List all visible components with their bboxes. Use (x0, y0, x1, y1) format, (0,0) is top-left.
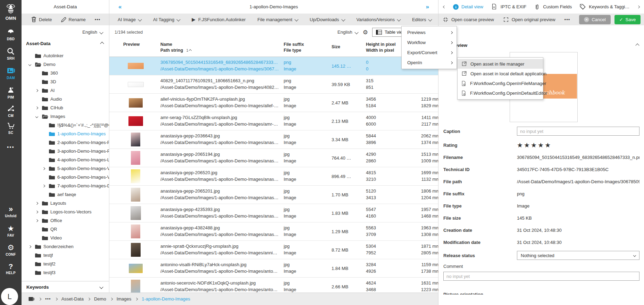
chevron-right-icon[interactable] (35, 89, 38, 92)
tree-item[interactable]: Audio (22, 95, 109, 103)
table-row[interactable]: amr-serag-7GLsZZ0qBIk-unsplash.jpg/Asset… (109, 112, 438, 130)
table-row[interactable]: anastasiya-gepp-4235393.jpg/Asset-Data/D… (109, 204, 438, 222)
toolbar-item[interactable]: Up/Downloads (310, 17, 345, 22)
tab-iptc-exif[interactable]: IPTC & EXIF (491, 3, 526, 10)
menu-item[interactable]: Workflow (402, 37, 457, 48)
submenu-item[interactable]: F.WorkflowConfig.OpenInFileManager (458, 78, 543, 88)
rename-button[interactable]: Rename (61, 17, 86, 22)
release-status-select[interactable]: Nothing selected (517, 251, 639, 260)
comment-input[interactable] (443, 272, 639, 281)
breadcrumb-item[interactable]: Asset-Data (61, 296, 84, 302)
col-size[interactable]: Size (332, 44, 340, 50)
submenu-item[interactable]: F.WorkflowConfig.OpenInDefaultEditor (458, 88, 543, 98)
sidebar-language-select[interactable]: English (22, 25, 109, 39)
tree-item[interactable]: Logos-Icons-Vectors (22, 207, 109, 216)
keywords-section-header[interactable]: Keywords (22, 281, 109, 293)
tree-item[interactable]: aef faeqe (22, 190, 109, 199)
tree-item[interactable]: 3-apollon-Demo-Images-PS (22, 147, 109, 155)
submenu-item[interactable]: Open asset in file manager (458, 59, 543, 69)
table-row[interactable]: anastasiya-gepp-4382488.jpg/Asset-Data/D… (109, 222, 438, 241)
toolbar-item[interactable]: Variations/Versions (357, 17, 400, 22)
rail-item-unfold[interactable]: »Unfold (0, 205, 22, 218)
toolbar-item[interactable]: AI Image (118, 17, 141, 22)
table-row[interactable]: anastasiya-gepp-2065194.jpg/Asset-Data/D… (109, 149, 438, 167)
tree-item[interactable]: testjf2 (22, 260, 109, 268)
tree-item[interactable]: Layouts (22, 199, 109, 207)
tab-keywords-taggi-[interactable]: Keywords & Taggi… (579, 3, 629, 10)
chevron-right-icon[interactable] (28, 245, 31, 248)
gear-icon[interactable]: ⚙ (363, 29, 368, 36)
tree-item[interactable]: 1-apollon-Demo-Images (22, 129, 109, 138)
open-coarse-preview-button[interactable]: Open coarse preview (443, 17, 494, 23)
tree-root-header[interactable]: Asset-Data (22, 39, 109, 48)
rail-item-more[interactable]: ••• (0, 144, 22, 151)
table-row[interactable]: anastasiya-gepp-206520.jpg/Asset-Data/De… (109, 167, 438, 186)
toolbar-item[interactable]: AI Tagging (153, 17, 180, 22)
rating-stars[interactable]: ★★★★★ (517, 141, 639, 149)
tabs-scroll-left-icon[interactable] (443, 5, 446, 8)
breadcrumb-item[interactable]: Demo (94, 296, 106, 302)
rail-item-fav[interactable]: ★FAV (0, 225, 22, 237)
rail-item-sc[interactable]: SC (0, 121, 22, 135)
open-original-preview-button[interactable]: Open original preview (503, 17, 555, 23)
chevron-right-icon[interactable] (35, 219, 38, 222)
rail-item-dam[interactable]: DAM (0, 67, 22, 80)
table-row[interactable]: annie-spratt-QckxruozjRg-unsplash.jpg/As… (109, 241, 438, 259)
toolbar-item[interactable]: ▶F.JSFunction.Autolinker (192, 17, 245, 22)
list-language-select[interactable]: English (337, 29, 358, 35)
delete-button[interactable]: Delete (31, 17, 52, 22)
chevron-right-icon[interactable] (35, 210, 38, 213)
table-row[interactable]: 40829_140711776109291_1806651663_n.png/A… (109, 75, 438, 94)
col-suffix-type[interactable]: File suffixFile type (284, 42, 304, 53)
table-row[interactable]: allef-vinicius-6ypOmTNK2FA-unsplash.jpg/… (109, 94, 438, 112)
table-row[interactable]: antonio-secerovic-NOFdK1xOqkQ-unsplash.j… (109, 278, 438, 293)
user-avatar[interactable]: L (1, 288, 18, 305)
menu-item[interactable]: Previews (402, 27, 457, 37)
rail-item-cm[interactable]: CM (0, 104, 22, 118)
table-row[interactable]: antonino-visalli-RNiBLy7aHck-unsplash.jp… (109, 259, 438, 278)
breadcrumb-item[interactable]: Images (117, 296, 132, 302)
col-pixel[interactable]: Height in pixelWidth in pixel (366, 42, 395, 53)
chevron-right-icon[interactable] (35, 106, 38, 109)
tree-item[interactable]: 360 (22, 69, 109, 77)
breadcrumb-ellipsis[interactable]: ••• (45, 296, 51, 302)
rail-item-srh[interactable]: SRH (0, 47, 22, 60)
menu-item[interactable]: Export/Convert (402, 48, 457, 58)
tree-item[interactable]: !§$%&()=`+'#.,;_-^)}]{(³²@€­ (22, 121, 109, 129)
rail-item-dbd[interactable]: DBD (0, 28, 22, 41)
chevron-right-icon[interactable] (35, 202, 38, 204)
tree-item[interactable]: Demo (22, 60, 109, 69)
tree-item[interactable]: testjf (22, 251, 109, 260)
chevron-right-icon[interactable] (42, 167, 45, 170)
rail-item-conf[interactable]: ⚙CONF (0, 244, 22, 256)
table-row[interactable]: anastasiya-gepp-2036643.jpg/Asset-Data/D… (109, 130, 438, 149)
chevron-down-icon[interactable] (28, 63, 31, 66)
chevron-down-icon[interactable] (35, 115, 38, 118)
tree-item[interactable]: Autolinker (22, 51, 109, 60)
submenu-item[interactable]: Open asset in local default application (458, 69, 543, 78)
rail-item-pim[interactable]: PIM (0, 86, 22, 99)
tree-item[interactable]: 5-apollon-Demo-Images-Va (22, 164, 109, 173)
toolbar-item[interactable]: Editors (412, 17, 432, 22)
sidebar-more-button[interactable]: ••• (95, 17, 101, 22)
tree-item[interactable]: Video (22, 234, 109, 242)
rail-item-help[interactable]: ?HELP (0, 263, 22, 275)
tree-item[interactable]: 2-apollon-Demo-Images-Pa (22, 138, 109, 147)
tree-item[interactable]: CIHub (22, 103, 109, 112)
tree-item[interactable]: QR (22, 225, 109, 234)
collapse-left-button[interactable]: « (118, 3, 122, 10)
col-name-path[interactable]: NamePath string 1 (160, 42, 191, 53)
tree-item[interactable]: 4-apollon-Demo-Images-Lic (22, 155, 109, 164)
preview-more-button[interactable]: ••• (564, 17, 570, 22)
table-row[interactable]: anastasiya-gepp-2065201.jpg/Asset-Data/D… (109, 186, 438, 204)
col-preview[interactable]: Preview (123, 42, 140, 48)
tab-detail-view[interactable]: iDetail view (453, 4, 483, 10)
app-logo[interactable]: OMN (0, 3, 22, 21)
tree-item[interactable]: testjf3 (22, 268, 109, 277)
tabs-scroll-right-icon[interactable] (637, 5, 640, 8)
caption-input[interactable] (517, 127, 639, 136)
save-button[interactable]: ✓Save (614, 15, 641, 24)
assets-root-icon[interactable] (28, 296, 35, 302)
table-row[interactable]: 306785094_501504415316549_68392654865284… (109, 57, 438, 75)
toolbar-item[interactable]: File management (258, 17, 298, 22)
